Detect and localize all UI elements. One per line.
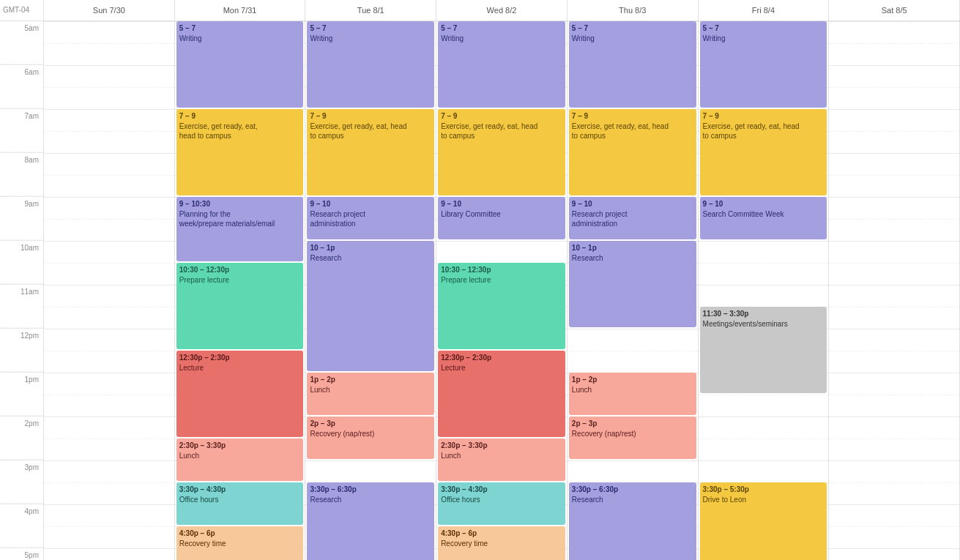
event-wed-7[interactable]: 4:30p – 6pRecovery time	[438, 526, 565, 560]
event-mon-3[interactable]: 10:30 – 12:30pPrepare lecture	[176, 263, 304, 349]
event-wed-5[interactable]: 2:30p – 3:30pLunch	[438, 438, 565, 481]
event-tue-3[interactable]: 10 – 1pResearch	[307, 241, 434, 371]
col-fri: 5 – 7Writing7 – 9Exercise, get ready, ea…	[699, 21, 830, 560]
event-fri-3[interactable]: 11:30 – 3:30pMeetings/events/seminars	[700, 307, 827, 393]
time-7am: 7am	[0, 109, 44, 153]
event-wed-2[interactable]: 9 – 10Library Committee	[438, 197, 565, 239]
time-2pm: 2pm	[0, 417, 44, 460]
header-sun: Sun 7/30	[44, 0, 175, 20]
header-sat: Sat 8/5	[829, 0, 960, 20]
col-tue: 5 – 7Writing7 – 9Exercise, get ready, ea…	[305, 21, 436, 560]
time-4pm: 4pm	[0, 504, 44, 548]
header-thu: Thu 8/3	[568, 0, 699, 20]
time-8am: 8am	[0, 153, 44, 197]
event-tue-5[interactable]: 2p – 3pRecovery (nap/rest)	[307, 417, 434, 459]
col-thu: 5 – 7Writing7 – 9Exercise, get ready, ea…	[568, 21, 699, 560]
time-12pm: 12pm	[0, 329, 44, 373]
col-sun	[44, 21, 175, 560]
event-mon-6[interactable]: 3:30p – 4:30pOffice hours	[176, 482, 304, 525]
timezone-label: GMT-04	[0, 0, 44, 20]
event-fri-1[interactable]: 7 – 9Exercise, get ready, eat, head to c…	[700, 109, 827, 195]
time-5am: 5am	[0, 21, 44, 65]
time-1pm: 1pm	[0, 373, 44, 417]
event-tue-6[interactable]: 3:30p – 6:30pResearch	[307, 482, 434, 560]
calendar-body: 5am 6am 7am 8am 9am 10am 11am 12pm 1pm 2…	[0, 21, 960, 560]
event-wed-1[interactable]: 7 – 9Exercise, get ready, eat, head to c…	[438, 109, 565, 195]
event-fri-4[interactable]: 3:30p – 5:30pDrive to Leon	[700, 482, 827, 560]
calendar-header: GMT-04 Sun 7/30 Mon 7/31 Tue 8/1 Wed 8/2…	[0, 0, 960, 21]
time-10am: 10am	[0, 241, 44, 285]
time-9am: 9am	[0, 197, 44, 241]
header-tue: Tue 8/1	[305, 0, 436, 20]
col-sat	[829, 21, 960, 560]
event-fri-0[interactable]: 5 – 7Writing	[700, 21, 827, 108]
event-mon-7[interactable]: 4:30p – 6pRecovery time	[176, 526, 304, 560]
event-wed-3[interactable]: 10:30 – 12:30pPrepare lecture	[438, 263, 565, 349]
header-wed: Wed 8/2	[436, 0, 568, 20]
time-6am: 6am	[0, 65, 44, 109]
col-mon: 5 – 7Writing7 – 9Exercise, get ready, ea…	[175, 21, 306, 560]
event-mon-2[interactable]: 9 – 10:30Planning for the week/prepare m…	[176, 197, 304, 261]
col-wed: 5 – 7Writing7 – 9Exercise, get ready, ea…	[436, 21, 568, 560]
event-mon-5[interactable]: 2:30p – 3:30pLunch	[176, 438, 304, 481]
event-mon-0[interactable]: 5 – 7Writing	[176, 21, 304, 108]
event-wed-0[interactable]: 5 – 7Writing	[438, 21, 565, 108]
event-mon-4[interactable]: 12:30p – 2:30pLecture	[176, 351, 304, 437]
event-thu-4[interactable]: 1p – 2pLunch	[569, 373, 696, 415]
event-wed-4[interactable]: 12:30p – 2:30pLecture	[438, 351, 565, 437]
event-tue-2[interactable]: 9 – 10Research project administration	[307, 197, 434, 239]
event-tue-4[interactable]: 1p – 2pLunch	[307, 373, 434, 415]
event-thu-6[interactable]: 3:30p – 6:30pResearch	[569, 482, 696, 560]
time-11am: 11am	[0, 285, 44, 329]
header-mon: Mon 7/31	[175, 0, 306, 20]
event-thu-1[interactable]: 7 – 9Exercise, get ready, eat, head to c…	[569, 109, 696, 195]
event-fri-2[interactable]: 9 – 10Search Committee Week	[700, 197, 827, 239]
event-thu-5[interactable]: 2p – 3pRecovery (nap/rest)	[569, 417, 696, 459]
event-wed-6[interactable]: 3:30p – 4:30pOffice hours	[438, 482, 565, 525]
event-tue-0[interactable]: 5 – 7Writing	[307, 21, 434, 108]
event-thu-3[interactable]: 10 – 1pResearch	[569, 241, 696, 327]
event-tue-1[interactable]: 7 – 9Exercise, get ready, eat, head to c…	[307, 109, 434, 195]
time-3pm: 3pm	[0, 460, 44, 504]
time-5pm: 5pm	[0, 548, 44, 560]
event-mon-1[interactable]: 7 – 9Exercise, get ready, eat, head to c…	[176, 109, 304, 195]
time-column: 5am 6am 7am 8am 9am 10am 11am 12pm 1pm 2…	[0, 21, 44, 560]
header-fri: Fri 8/4	[699, 0, 830, 20]
calendar-container: GMT-04 Sun 7/30 Mon 7/31 Tue 8/1 Wed 8/2…	[0, 0, 960, 560]
event-thu-2[interactable]: 9 – 10Research project administration	[569, 197, 696, 239]
event-thu-0[interactable]: 5 – 7Writing	[569, 21, 696, 108]
